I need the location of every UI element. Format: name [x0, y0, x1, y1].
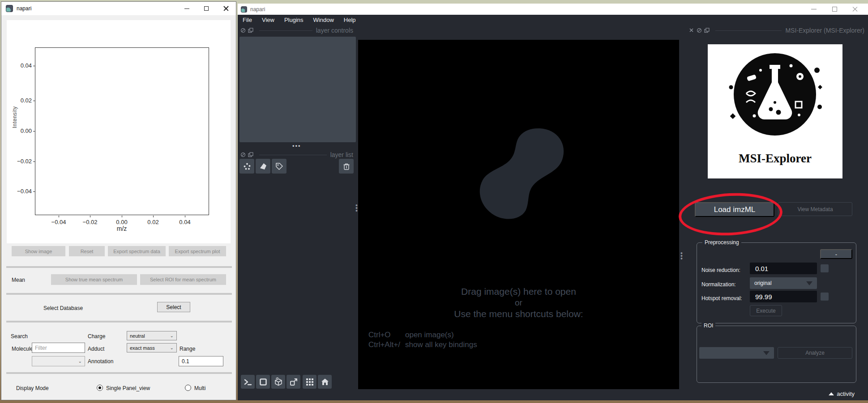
divider	[6, 321, 232, 322]
multi-radio[interactable]	[185, 385, 191, 391]
float-panel-icon[interactable]	[248, 152, 253, 157]
adduct-dropdown[interactable]: exact mass ⌄	[127, 343, 177, 352]
roll-dimensions-button[interactable]	[271, 375, 285, 389]
close-button[interactable]	[845, 4, 865, 15]
menu-plugins[interactable]: Plugins	[280, 17, 308, 23]
left-splitter-handle[interactable]: •••	[355, 204, 358, 212]
multi-radio-label: Multi	[194, 385, 205, 391]
range-input[interactable]	[179, 356, 223, 366]
xtick-label: 0.04	[171, 219, 199, 225]
plot-axes	[35, 47, 209, 215]
napari-logo-icon	[6, 5, 13, 12]
load-imzml-button[interactable]: Load imzML	[695, 202, 774, 217]
ndisplay-toggle-button[interactable]	[256, 375, 270, 389]
execute-button[interactable]: Execute	[750, 305, 782, 316]
trash-icon	[342, 162, 351, 170]
divider	[6, 293, 232, 295]
xtick-label: 0.00	[107, 219, 136, 225]
grid-icon	[306, 378, 314, 386]
activity-toggle[interactable]: activity	[829, 390, 855, 397]
annotation-label: Annotation	[88, 358, 113, 365]
xtick-mark	[90, 216, 90, 217]
msi-logo-graphic	[708, 44, 842, 149]
normalization-label: Normalization:	[701, 281, 736, 288]
hide-panel-icon[interactable]	[697, 28, 702, 33]
home-button[interactable]	[318, 375, 332, 389]
console-button[interactable]	[241, 375, 255, 389]
normalization-value: original	[754, 280, 772, 286]
transpose-dimensions-button[interactable]	[286, 375, 300, 389]
noise-reduction-input[interactable]	[750, 263, 817, 274]
right-titlebar[interactable]: napari	[238, 4, 868, 15]
left-titlebar[interactable]: napari	[1, 2, 236, 15]
shortcut-action: show all key bindings	[405, 340, 477, 349]
dock-resize-handle[interactable]: •••	[292, 143, 301, 149]
napari-logo-icon	[241, 6, 247, 13]
xtick-label: −0.04	[44, 219, 73, 225]
normalization-dropdown[interactable]: original	[750, 277, 817, 289]
delete-layer-button[interactable]	[339, 159, 354, 174]
show-image-button[interactable]: Show image	[12, 246, 65, 256]
maximize-button[interactable]	[197, 2, 216, 15]
select-database-button[interactable]: Select	[157, 302, 190, 312]
hide-panel-icon[interactable]	[240, 152, 246, 157]
hide-panel-icon[interactable]	[240, 28, 246, 33]
menu-view[interactable]: View	[258, 17, 278, 23]
ytick-mark	[33, 161, 35, 162]
dropdown-arrow-icon	[806, 281, 812, 285]
shortcut-action: open image(s)	[405, 331, 454, 339]
ytick-label: 0.02	[10, 97, 32, 104]
close-panel-icon[interactable]	[689, 28, 694, 33]
new-labels-layer-button[interactable]	[272, 159, 286, 174]
layer-controls-header: layer controls	[240, 27, 353, 34]
divider	[6, 372, 232, 374]
menu-file[interactable]: File	[239, 17, 256, 23]
minimize-icon	[184, 8, 189, 9]
collapse-button[interactable]: -	[820, 249, 852, 259]
xtick-label: 0.02	[139, 219, 167, 225]
layer-controls-title: layer controls	[316, 27, 353, 34]
float-panel-icon[interactable]	[704, 28, 710, 33]
float-panel-icon[interactable]	[248, 28, 253, 33]
left-napari-window: napari Intensity m/z 0.04 0.02 0.00 −0.0…	[1, 1, 236, 400]
divider	[259, 155, 327, 155]
chevron-down-icon: ⌄	[78, 359, 82, 364]
roi-title: ROI	[701, 322, 715, 329]
maximize-button[interactable]	[824, 4, 845, 15]
analyze-button[interactable]: Analyze	[778, 347, 852, 359]
right-splitter-handle[interactable]: •••	[680, 252, 683, 260]
minimize-button[interactable]	[177, 2, 197, 15]
reset-button[interactable]: Reset	[69, 246, 105, 256]
show-true-mean-spectrum-button[interactable]: Show true mean spectrum	[51, 274, 137, 285]
molecule-select-dropdown[interactable]: ⌄	[32, 356, 85, 366]
minimize-button[interactable]	[804, 4, 824, 15]
xtick-label: −0.02	[76, 219, 104, 225]
xtick-mark	[153, 216, 154, 217]
charge-label: Charge	[88, 333, 105, 339]
viewer-canvas[interactable]: Drag image(s) here to open or Use the me…	[358, 40, 679, 389]
single-panel-radio[interactable]	[97, 385, 103, 391]
hotspot-removal-input[interactable]	[750, 291, 817, 302]
noise-reduction-checkbox[interactable]	[821, 264, 829, 272]
export-spectrum-data-button[interactable]: Export spectrum data	[108, 246, 166, 256]
single-panel-radio-label: Single Panel_view	[106, 385, 150, 391]
molecule-filter-input[interactable]	[32, 343, 85, 353]
shortcut-keys: Ctrl+O	[368, 331, 391, 339]
charge-value: neutral	[130, 333, 145, 339]
plot-ylabel: Intensity	[12, 106, 18, 128]
divider	[259, 30, 312, 31]
spectrum-plot[interactable]: Intensity m/z 0.04 0.02 0.00 −0.02 −0.04…	[7, 20, 231, 243]
new-shapes-layer-button[interactable]	[256, 159, 270, 174]
export-spectrum-plot-button[interactable]: Export spectrum plot	[169, 246, 226, 256]
hotspot-removal-checkbox[interactable]	[821, 293, 829, 301]
select-roi-mean-spectrum-button[interactable]: Select ROI for mean spectrum	[140, 274, 226, 285]
menu-window[interactable]: Window	[309, 17, 338, 23]
view-metadata-button[interactable]: View Metadata	[778, 202, 852, 216]
grid-view-button[interactable]	[303, 375, 316, 389]
close-button[interactable]	[216, 2, 236, 15]
msi-explorer-header: MSI-Explorer (MSI-Explorer)	[689, 27, 864, 34]
roi-dropdown[interactable]	[699, 347, 774, 359]
new-points-layer-button[interactable]	[239, 159, 254, 174]
charge-dropdown[interactable]: neutral ⌄	[127, 331, 177, 340]
menu-help[interactable]: Help	[340, 17, 360, 23]
